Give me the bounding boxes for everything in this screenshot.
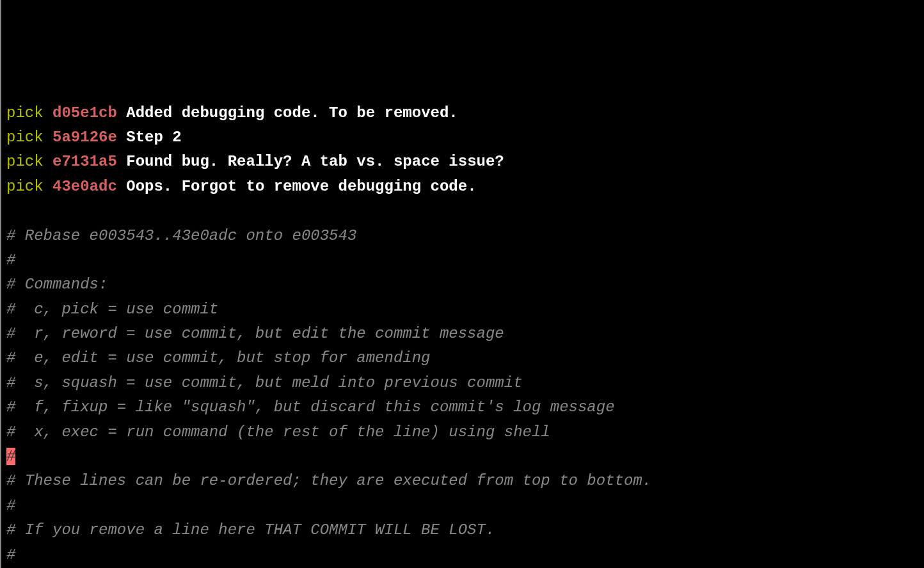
cursor: # [6, 448, 15, 465]
rebase-action: pick [6, 178, 44, 195]
blank-line [6, 199, 924, 223]
comment-cmd-exec: # x, exec = run command (the rest of the… [6, 420, 924, 445]
commit-hash: 5a9126e [52, 129, 117, 146]
cursor-line: # [6, 445, 924, 469]
comment-cmd-pick: # c, pick = use commit [6, 297, 924, 322]
commit-hash: e7131a5 [52, 153, 117, 170]
rebase-action: pick [6, 153, 44, 170]
rebase-action: pick [6, 104, 44, 122]
commit-message: Found bug. Really? A tab vs. space issue… [126, 153, 504, 170]
editor-content[interactable]: pick d05e1cb Added debugging code. To be… [6, 101, 924, 568]
comment-cmd-squash: # s, squash = use commit, but meld into … [6, 371, 924, 395]
comment-separator: # [6, 543, 924, 567]
commit-line[interactable]: pick e7131a5 Found bug. Really? A tab vs… [6, 150, 924, 174]
commit-message: Oops. Forgot to remove debugging code. [126, 178, 476, 195]
commit-line[interactable]: pick 5a9126e Step 2 [6, 125, 924, 150]
comment-rebase-header: # Rebase e003543..43e0adc onto e003543 [6, 224, 924, 248]
comment-remove-warn: # If you remove a line here THAT COMMIT … [6, 518, 924, 542]
commit-hash: 43e0adc [52, 178, 117, 195]
commit-line[interactable]: pick d05e1cb Added debugging code. To be… [6, 101, 924, 125]
rebase-action: pick [6, 129, 44, 146]
comment-separator: # [6, 248, 924, 272]
commit-line[interactable]: pick 43e0adc Oops. Forgot to remove debu… [6, 175, 924, 199]
commit-message: Added debugging code. To be removed. [126, 104, 458, 122]
comment-reorder: # These lines can be re-ordered; they ar… [6, 469, 924, 493]
comment-separator: # [6, 494, 924, 518]
comment-cmd-reword: # r, reword = use commit, but edit the c… [6, 322, 924, 346]
comment-cmd-edit: # e, edit = use commit, but stop for ame… [6, 346, 924, 370]
comment-commands-header: # Commands: [6, 272, 924, 297]
comment-cmd-fixup: # f, fixup = like "squash", but discard … [6, 395, 924, 420]
commit-hash: d05e1cb [52, 104, 117, 122]
commit-message: Step 2 [126, 129, 181, 146]
